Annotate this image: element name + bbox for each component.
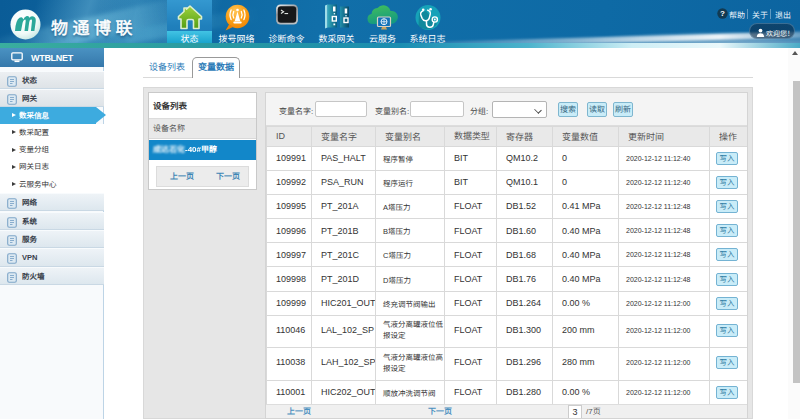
svg-text:?: ? [720, 9, 725, 18]
